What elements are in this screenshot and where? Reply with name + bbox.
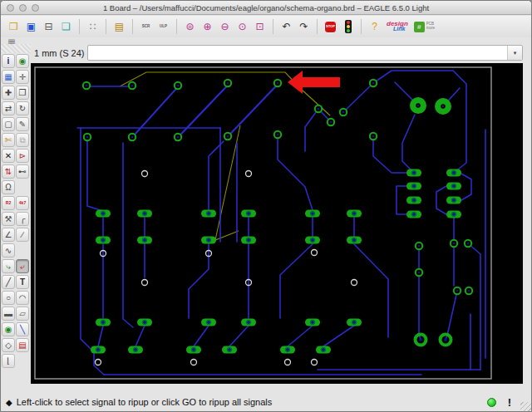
- ring-pad[interactable]: [175, 134, 181, 140]
- paste-tool[interactable]: ⧉: [16, 133, 29, 147]
- ring-pad[interactable]: [340, 109, 347, 115]
- pinswap-tool[interactable]: ⇅: [2, 164, 15, 179]
- oval-pad[interactable]: [406, 197, 421, 204]
- oval-pad[interactable]: [201, 237, 216, 244]
- alert-exclamation-icon[interactable]: !: [508, 396, 511, 409]
- oval-pad[interactable]: [137, 319, 152, 326]
- oval-pad[interactable]: [222, 346, 237, 354]
- oval-pad[interactable]: [96, 237, 111, 244]
- signal-trace[interactable]: [461, 174, 471, 200]
- value-tool[interactable]: 4k7: [16, 196, 29, 210]
- oval-pad[interactable]: [137, 210, 152, 218]
- signal-trace[interactable]: [209, 141, 224, 210]
- signal-trace[interactable]: [87, 137, 103, 211]
- signal-trace[interactable]: [98, 326, 103, 346]
- hole-tool[interactable]: ◇: [2, 338, 15, 352]
- redo-button[interactable]: ↷: [296, 19, 312, 35]
- ring-pad[interactable]: [416, 243, 422, 249]
- display-layers-tool[interactable]: ▦: [2, 70, 15, 84]
- split-tool[interactable]: ∠: [2, 228, 15, 242]
- oval-pad[interactable]: [446, 197, 461, 204]
- command-input[interactable]: [88, 46, 507, 60]
- oval-pad[interactable]: [280, 346, 295, 354]
- zoom-fit-button[interactable]: ⊜: [182, 19, 198, 35]
- miter-tool[interactable]: ╭: [16, 212, 29, 226]
- oval-pad[interactable]: [406, 169, 421, 177]
- oval-pad[interactable]: [91, 346, 106, 354]
- add-tool[interactable]: ⊳: [16, 149, 29, 163]
- ring-pad[interactable]: [465, 240, 471, 247]
- optimize-tool[interactable]: ∕: [16, 228, 29, 242]
- zoom-out-button[interactable]: ⊖: [217, 19, 233, 35]
- via-tool[interactable]: ◉: [2, 322, 15, 336]
- pcbmore-logo[interactable]: #PCBmore: [414, 22, 435, 32]
- zoom-redraw-button[interactable]: ⊙: [234, 19, 250, 35]
- signal-trace[interactable]: [225, 86, 277, 140]
- undo-button[interactable]: ↶: [278, 19, 294, 35]
- signal-tool[interactable]: ╲: [16, 322, 29, 336]
- ratsnest-tool[interactable]: ⌊: [2, 354, 15, 368]
- mark-tool[interactable]: ✛: [16, 70, 29, 84]
- attribute-tool[interactable]: ▤: [16, 338, 29, 352]
- oval-pad[interactable]: [305, 210, 320, 218]
- save-button[interactable]: ▣: [23, 19, 39, 35]
- oval-pad[interactable]: [241, 210, 256, 218]
- ring-pad[interactable]: [328, 119, 334, 125]
- signal-trace[interactable]: [446, 291, 457, 340]
- via-large[interactable]: [441, 335, 451, 346]
- oval-pad[interactable]: [128, 346, 143, 354]
- oval-pad[interactable]: [186, 346, 201, 354]
- wire-tool[interactable]: ╱: [2, 275, 15, 289]
- board-schematic-button[interactable]: ∷: [85, 19, 101, 35]
- open-button[interactable]: ❒: [6, 19, 22, 35]
- run-ulp-button[interactable]: ULP: [155, 19, 171, 35]
- show-tool[interactable]: ◉: [16, 54, 29, 68]
- polygon-tool[interactable]: ▱: [16, 307, 29, 321]
- oval-pad[interactable]: [446, 183, 461, 190]
- ring-pad[interactable]: [315, 105, 322, 112]
- stop-button[interactable]: STOP: [323, 19, 338, 35]
- signal-trace[interactable]: [402, 115, 415, 173]
- signal-trace[interactable]: [343, 83, 373, 112]
- run-script-button[interactable]: SCR: [138, 19, 154, 35]
- oval-pad[interactable]: [137, 237, 152, 244]
- signal-trace[interactable]: [280, 244, 313, 318]
- smash-tool[interactable]: ⚒: [2, 212, 15, 226]
- group-tool[interactable]: ▢: [2, 117, 15, 131]
- oval-pad[interactable]: [406, 183, 421, 190]
- signal-trace[interactable]: [323, 326, 354, 346]
- oval-pad[interactable]: [201, 210, 216, 218]
- signal-trace[interactable]: [175, 86, 227, 140]
- route-tool[interactable]: ⤷: [2, 259, 15, 273]
- signal-trace[interactable]: [436, 186, 446, 214]
- oval-pad[interactable]: [241, 237, 256, 244]
- mirror-tool[interactable]: ⇄: [2, 101, 15, 115]
- signal-trace[interactable]: [373, 71, 466, 173]
- print-button[interactable]: ⊟: [41, 19, 57, 35]
- signal-trace[interactable]: [194, 326, 209, 346]
- ring-pad[interactable]: [224, 80, 231, 86]
- oval-pad[interactable]: [316, 346, 331, 354]
- move-tool[interactable]: ✚: [2, 86, 15, 100]
- arc-tool[interactable]: ◠: [16, 291, 29, 305]
- ring-pad[interactable]: [129, 134, 135, 140]
- ring-pad[interactable]: [416, 269, 422, 276]
- signal-trace[interactable]: [229, 326, 249, 346]
- text-tool[interactable]: T: [16, 275, 29, 289]
- ring-pad[interactable]: [454, 287, 461, 294]
- ring-pad[interactable]: [451, 240, 457, 247]
- signal-trace[interactable]: [305, 109, 318, 151]
- oval-pad[interactable]: [201, 319, 216, 326]
- oval-pad[interactable]: [406, 211, 421, 218]
- circle-tool[interactable]: ○: [2, 291, 15, 305]
- oval-pad[interactable]: [446, 169, 461, 177]
- ring-pad[interactable]: [466, 287, 472, 294]
- go-traffic-light-button[interactable]: [340, 19, 356, 35]
- signal-trace[interactable]: [288, 326, 313, 346]
- signal-trace[interactable]: [189, 244, 209, 318]
- replace-tool[interactable]: ⊷: [16, 164, 29, 179]
- designlink-logo[interactable]: designLink: [387, 22, 408, 32]
- cut-tool[interactable]: ✄: [2, 133, 15, 147]
- signal-trace[interactable]: [419, 246, 421, 340]
- export-image-button[interactable]: ❏: [58, 19, 74, 35]
